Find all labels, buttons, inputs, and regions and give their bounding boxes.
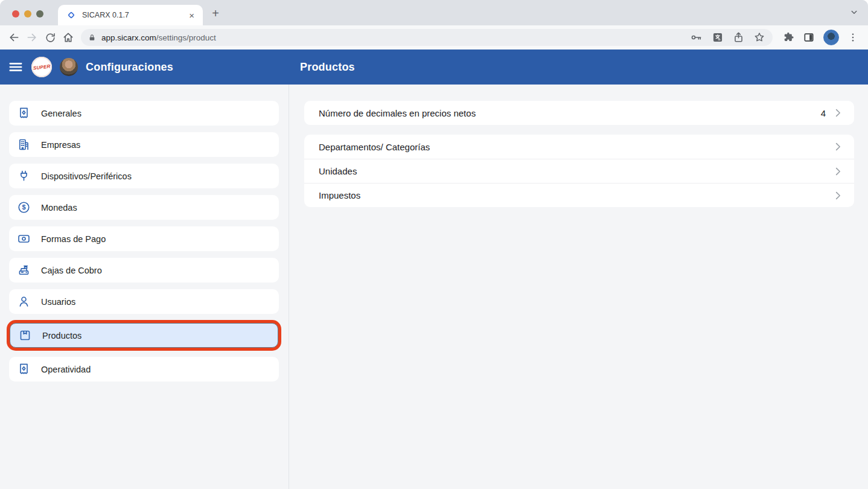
sidebar-item-label: Generales (41, 109, 81, 118)
content-area: Generales Empresas Dispositivos/Periféri… (0, 85, 868, 489)
unidades-row[interactable]: Unidades (304, 159, 854, 183)
settings-sidebar: Generales Empresas Dispositivos/Periféri… (0, 85, 289, 489)
receipt-icon (17, 106, 31, 120)
tab-title: SICARX 0.1.7 (82, 11, 187, 19)
browser-profile-avatar[interactable] (823, 30, 839, 45)
tab-close-button[interactable]: × (187, 10, 197, 21)
hamburger-menu-icon[interactable] (8, 59, 24, 75)
sidebar-item-generales[interactable]: Generales (9, 101, 279, 126)
forward-arrow-icon (26, 31, 38, 43)
new-tab-button[interactable]: + (208, 5, 223, 21)
settings-main-panel: Número de decimales en precios netos 4 D… (289, 85, 868, 489)
receipt-icon (17, 362, 31, 376)
home-button[interactable] (59, 28, 77, 46)
reload-icon (45, 32, 56, 43)
tab-strip: SICARX 0.1.7 × + (0, 0, 868, 25)
user-avatar[interactable] (60, 58, 78, 76)
decimals-label: Número de decimales en precios netos (319, 108, 476, 118)
sicarx-favicon-diamond-icon (66, 10, 76, 20)
browser-tab[interactable]: SICARX 0.1.7 × (58, 5, 203, 25)
back-button[interactable] (5, 28, 23, 46)
password-key-icon[interactable] (691, 31, 703, 43)
sidebar-item-label: Empresas (41, 140, 80, 150)
url-text: app.sicarx.com/settings/product (101, 33, 216, 42)
cash-register-icon (17, 263, 31, 277)
side-panel-icon[interactable] (803, 31, 815, 43)
close-window-button[interactable] (12, 10, 19, 18)
sidebar-item-dispositivos[interactable]: Dispositivos/Periféricos (9, 164, 279, 188)
back-arrow-icon (8, 31, 20, 43)
chevron-right-icon (832, 141, 844, 153)
browser-toolbar: app.sicarx.com/settings/product (0, 25, 868, 50)
departamentos-label: Departamentos/ Categorías (319, 142, 430, 152)
decimals-row[interactable]: Número de decimales en precios netos 4 (304, 101, 854, 125)
banknote-icon (17, 232, 31, 246)
chevron-right-icon (832, 107, 844, 119)
departamentos-row[interactable]: Departamentos/ Categorías (304, 135, 854, 159)
page-title-right: Productos (300, 61, 355, 74)
dollar-circle-icon: $ (17, 200, 31, 214)
impuestos-label: Impuestos (319, 190, 360, 200)
toolbar-right (776, 30, 863, 45)
sidebar-item-monedas[interactable]: $ Monedas (9, 195, 279, 220)
page-title-left: Configuraciones (86, 61, 173, 74)
zoom-window-button[interactable] (36, 10, 43, 18)
app-header-right: Productos (289, 50, 355, 85)
unidades-label: Unidades (319, 166, 357, 176)
app-header: SUPER Configuraciones Productos (0, 50, 868, 85)
sidebar-item-operatividad[interactable]: Operatividad (9, 357, 279, 382)
url-host: app.sicarx.com (101, 33, 156, 42)
browser-menu-dots-icon[interactable] (847, 32, 858, 43)
forward-button[interactable] (23, 28, 41, 46)
sidebar-item-cajas-de-cobro[interactable]: Cajas de Cobro (9, 258, 279, 283)
sidebar-item-productos[interactable]: Productos (10, 323, 278, 348)
sidebar-item-label: Usuarios (41, 297, 75, 307)
user-icon (17, 295, 31, 308)
translate-icon[interactable] (712, 31, 724, 43)
store-logo-text: SUPER (33, 63, 50, 71)
sidebar-item-label: Operatividad (41, 365, 91, 374)
sidebar-item-label: Productos (42, 331, 81, 340)
box-icon (18, 328, 32, 342)
extensions-puzzle-icon[interactable] (782, 31, 794, 43)
omnibox-actions (691, 31, 765, 43)
home-icon (62, 31, 74, 43)
sidebar-item-formas-de-pago[interactable]: Formas de Pago (9, 226, 279, 251)
store-logo[interactable]: SUPER (31, 57, 52, 77)
chevron-right-icon (832, 190, 844, 202)
plug-icon (17, 169, 31, 183)
app-header-left: SUPER Configuraciones (0, 50, 289, 85)
share-icon[interactable] (733, 31, 744, 43)
sidebar-item-label: Formas de Pago (41, 234, 106, 244)
tab-search-chevron-icon[interactable] (849, 7, 860, 18)
sidebar-item-label: Monedas (41, 203, 77, 213)
url-path: /settings/product (156, 33, 216, 42)
building-icon (17, 138, 31, 152)
window-controls (12, 10, 43, 18)
address-bar[interactable]: app.sicarx.com/settings/product (81, 29, 773, 46)
lock-icon (88, 33, 96, 42)
browser-window: SICARX 0.1.7 × + app.sicarx.com/settings… (0, 0, 868, 489)
decimals-value: 4 (821, 108, 826, 118)
sidebar-item-label: Dispositivos/Periféricos (41, 171, 132, 181)
chevron-right-icon (832, 165, 844, 177)
dollar-symbol: $ (22, 203, 25, 211)
reload-button[interactable] (41, 28, 59, 46)
impuestos-row[interactable]: Impuestos (304, 183, 854, 207)
bookmark-star-icon[interactable] (753, 31, 765, 43)
sidebar-item-empresas[interactable]: Empresas (9, 132, 279, 157)
sidebar-item-usuarios[interactable]: Usuarios (9, 289, 279, 314)
sidebar-item-label: Cajas de Cobro (41, 266, 102, 275)
minimize-window-button[interactable] (24, 10, 31, 18)
product-settings-group: Departamentos/ Categorías Unidades Impue… (304, 135, 854, 207)
